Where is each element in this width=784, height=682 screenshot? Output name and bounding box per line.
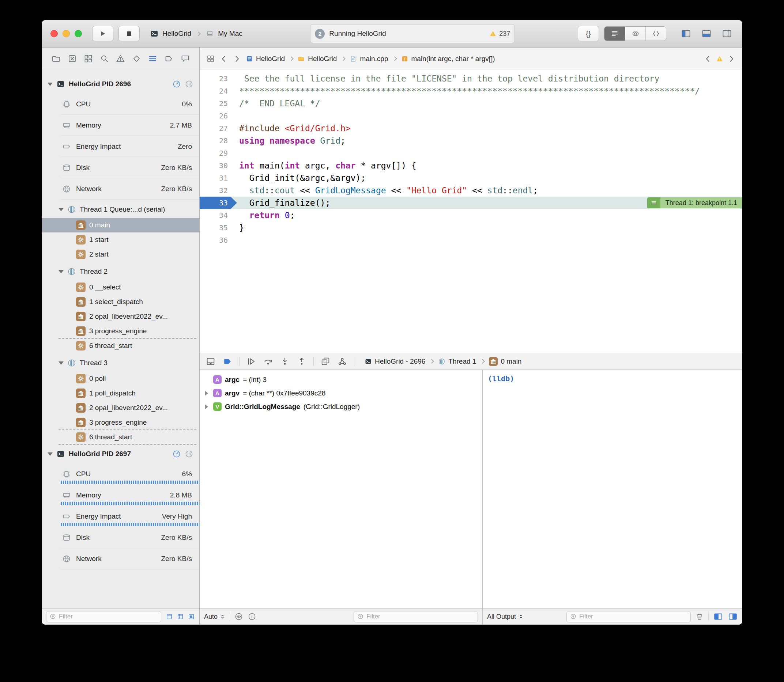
stop-button[interactable]: [118, 26, 140, 41]
run-button[interactable]: [92, 26, 113, 41]
pause-process-icon[interactable]: [185, 449, 193, 458]
scheme-selector[interactable]: HelloGrid My Mac: [145, 26, 247, 41]
navigator-tab-tests[interactable]: [131, 53, 142, 64]
navigator-tab-breakpoints[interactable]: [163, 53, 174, 64]
stack-frame-row[interactable]: 6 thread_start: [42, 338, 199, 353]
line-number[interactable]: 32: [200, 184, 233, 197]
close-button[interactable]: [51, 30, 58, 37]
disclosure-triangle-icon[interactable]: [48, 83, 53, 86]
show-variables-view-icon[interactable]: [713, 612, 723, 622]
debug-breadcrumb-item[interactable]: HelloGrid - 2696: [364, 357, 425, 365]
stack-frame-row[interactable]: 0 __select: [42, 280, 199, 295]
debug-breadcrumb-item[interactable]: 0 main: [489, 357, 521, 366]
show-crashed-only-icon[interactable]: [188, 613, 195, 620]
disclosure-triangle-icon[interactable]: [48, 453, 53, 456]
disclosure-triangle-icon[interactable]: [205, 404, 210, 410]
gauge-row-cpu[interactable]: CPU0%: [42, 94, 199, 115]
line-number[interactable]: 35: [200, 221, 233, 234]
line-number[interactable]: 28: [200, 134, 233, 147]
toggle-navigator-button[interactable]: [679, 28, 693, 39]
line-number[interactable]: 26: [200, 110, 233, 122]
next-issue-icon[interactable]: [727, 54, 736, 63]
breakpoint-annotation[interactable]: Thread 1: breakpoint 1.1: [647, 198, 742, 208]
step-out-button[interactable]: [297, 356, 307, 366]
disclosure-triangle-icon[interactable]: [59, 270, 64, 273]
disclosure-triangle-icon[interactable]: [205, 391, 210, 396]
step-into-button[interactable]: [280, 356, 290, 366]
line-number[interactable]: 27: [200, 122, 233, 134]
debug-view-hierarchy-button[interactable]: [320, 356, 331, 366]
stack-frame-row[interactable]: 6 thread_start: [42, 430, 199, 445]
breadcrumb-item[interactable]: fmain(int argc, char * argv[]): [401, 55, 495, 63]
gauge-row-network[interactable]: NetworkZero KB/s: [42, 178, 199, 199]
line-number[interactable]: 29: [200, 147, 233, 159]
variable-row[interactable]: VGrid::GridLogMessage(Grid::GridLogger): [200, 400, 482, 413]
pause-process-icon[interactable]: [185, 80, 193, 88]
breakpoint-marker[interactable]: 33: [200, 197, 237, 209]
memory-graph-button[interactable]: [337, 356, 347, 366]
thread-row[interactable]: Thread 3: [42, 355, 199, 371]
variables-filter-input[interactable]: [366, 613, 475, 620]
debug-breadcrumb-item[interactable]: Thread 1: [438, 357, 476, 365]
gauge-row-energy-impact[interactable]: Energy ImpactVery High: [42, 506, 199, 527]
view-mode-icon[interactable]: [177, 613, 184, 620]
gauge-row-memory[interactable]: Memory2.7 MB: [42, 115, 199, 136]
variable-row[interactable]: Aargc= (int) 3: [200, 373, 482, 386]
navigator-tab-source-control[interactable]: [67, 53, 78, 64]
line-number[interactable]: 25: [200, 97, 233, 110]
source-editor[interactable]: 23 See the full license in the file "LIC…: [200, 70, 742, 353]
gauge-row-memory[interactable]: Memory2.8 MB: [42, 484, 199, 506]
toggle-debug-area-button[interactable]: [700, 28, 713, 39]
stack-frame-row[interactable]: 1 poll_dispatch: [42, 386, 199, 401]
stack-frame-row[interactable]: 0 main: [42, 218, 199, 233]
navigator-tab-find[interactable]: [99, 53, 110, 64]
console-filter-field[interactable]: [567, 611, 691, 622]
gauge-row-energy-impact[interactable]: Energy ImpactZero: [42, 136, 199, 157]
process-row[interactable]: HelloGrid PID 2697: [42, 445, 199, 464]
thread-row[interactable]: Thread 2: [42, 263, 199, 280]
minimize-button[interactable]: [62, 30, 70, 37]
stack-frame-row[interactable]: 3 progress_engine: [42, 324, 199, 338]
related-items-icon[interactable]: [206, 54, 215, 63]
stack-frame-row[interactable]: 2 opal_libevent2022_ev...: [42, 309, 199, 324]
gauge-row-network[interactable]: NetworkZero KB/s: [42, 548, 199, 569]
profile-in-instruments-icon[interactable]: [172, 80, 181, 88]
process-row[interactable]: HelloGrid PID 2696: [42, 75, 199, 94]
assistant-editor-button[interactable]: [625, 27, 645, 41]
code-snippets-button[interactable]: {}: [578, 26, 599, 41]
line-number[interactable]: 31: [200, 172, 233, 184]
toggle-inspector-button[interactable]: [720, 28, 733, 39]
navigator-tab-symbols[interactable]: [83, 53, 94, 64]
disclosure-triangle-icon[interactable]: [59, 208, 64, 211]
show-records-icon[interactable]: [166, 613, 173, 620]
navigator-tab-debug[interactable]: [147, 53, 158, 64]
navigator-tab-issues[interactable]: [115, 53, 126, 64]
disclosure-triangle-icon[interactable]: [59, 362, 64, 365]
stack-frame-row[interactable]: 1 select_dispatch: [42, 295, 199, 309]
line-number[interactable]: 30: [200, 159, 233, 172]
stack-frame-row[interactable]: 2 opal_libevent2022_ev...: [42, 401, 199, 415]
trash-icon[interactable]: [695, 612, 704, 621]
thread-row[interactable]: Thread 1 Queue:...d (serial): [42, 201, 199, 218]
line-number[interactable]: 24: [200, 85, 233, 97]
go-back-icon[interactable]: [219, 54, 228, 63]
stack-frame-row[interactable]: 1 start: [42, 233, 199, 247]
console-filter-input[interactable]: [579, 613, 687, 620]
variables-filter-field[interactable]: [354, 611, 478, 622]
previous-issue-icon[interactable]: [704, 54, 712, 63]
activity-viewer[interactable]: 2 Running HelloGrid 237: [310, 24, 515, 43]
stack-frame-row[interactable]: 3 progress_engine: [42, 415, 199, 430]
line-number[interactable]: 36: [200, 234, 233, 246]
gauge-row-cpu[interactable]: CPU6%: [42, 464, 199, 484]
profile-in-instruments-icon[interactable]: [172, 449, 181, 458]
console-output-popup[interactable]: All Output: [487, 613, 524, 621]
gauge-row-disk[interactable]: DiskZero KB/s: [42, 157, 199, 178]
stack-frame-row[interactable]: 0 poll: [42, 371, 199, 386]
variable-row[interactable]: Aargv= (char **) 0x7ffee9039c28: [200, 386, 482, 400]
breakpoints-toggle-button[interactable]: [222, 356, 233, 366]
gauge-row-disk[interactable]: DiskZero KB/s: [42, 527, 199, 548]
issues-summary[interactable]: 237: [489, 30, 510, 38]
line-number-gutter[interactable]: 33: [200, 197, 233, 209]
go-forward-icon[interactable]: [233, 54, 241, 63]
breadcrumb-item[interactable]: main.cpp: [350, 55, 388, 63]
